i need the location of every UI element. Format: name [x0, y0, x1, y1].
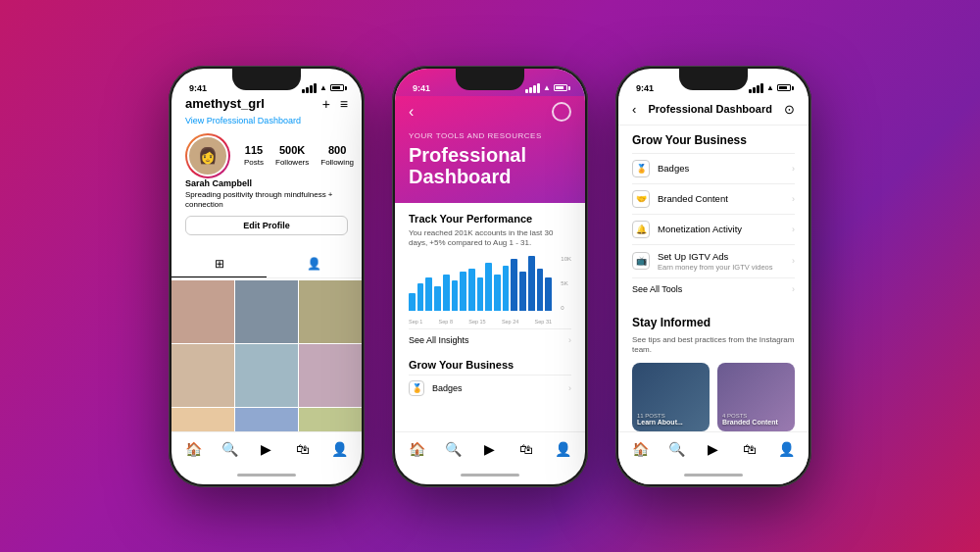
- status-icons-2: ▲: [525, 83, 567, 93]
- phone-1: 9:41 ▲ amethyst_grl +: [169, 66, 365, 487]
- search-circle-icon[interactable]: [552, 102, 571, 122]
- nav-search-3[interactable]: 🔍: [665, 437, 689, 461]
- p3-body: Grow Your Business 🏅 Badges › 🤝 Branded …: [618, 125, 808, 431]
- stat-following-number: 800: [320, 144, 354, 156]
- profile-stats-row: 👩 115 Posts 500K Followers 800 Following: [185, 133, 348, 178]
- card-branded-content: 4 POSTS Branded Content: [722, 413, 778, 427]
- grow-title-3: Grow Your Business: [632, 133, 795, 147]
- battery-icon-1: [330, 84, 344, 91]
- tab-tagged[interactable]: 👤: [267, 251, 362, 277]
- track-title: Track Your Performance: [409, 213, 571, 225]
- home-indicator-1: [172, 467, 362, 484]
- nav-profile-3[interactable]: 👤: [774, 437, 798, 461]
- time-1: 9:41: [189, 83, 207, 93]
- x-label-sep8: Sep 8: [439, 319, 453, 325]
- chart-bar-8: [477, 277, 484, 311]
- chevron-monetization-3: ›: [792, 225, 795, 234]
- settings-icon-3[interactable]: ⊙: [784, 102, 795, 117]
- phone-notch-3: [679, 69, 748, 90]
- p3-igtv-row[interactable]: 📺 Set Up IGTV Ads Earn money from your I…: [632, 244, 795, 277]
- stay-informed-desc: See tips and best practices from the Ins…: [632, 335, 795, 356]
- back-button-2[interactable]: ‹: [409, 103, 414, 121]
- chevron-igtv-3: ›: [792, 256, 795, 266]
- stay-informed-title: Stay Informed: [632, 316, 795, 329]
- battery-icon-3: [777, 84, 791, 91]
- stat-posts-number: 115: [244, 144, 264, 156]
- stat-following-label: Following: [320, 158, 354, 167]
- nav-shop-2[interactable]: 🛍: [514, 437, 538, 461]
- card-branded[interactable]: 4 POSTS Branded Content: [717, 363, 795, 430]
- phone2-content: ‹ Your Tools and Resources Professional …: [395, 96, 585, 484]
- photo-cell-3: [299, 280, 362, 343]
- photo-cell-6: [299, 344, 362, 407]
- badges-row[interactable]: 🏅 Badges ›: [409, 375, 571, 401]
- x-label-sep1: Sep 1: [409, 319, 422, 325]
- p3-header-title: Professional Dashboard: [648, 103, 772, 115]
- chevron-badges: ›: [568, 383, 571, 393]
- igtv-label-3: Set Up IGTV Ads: [658, 251, 773, 262]
- chevron-badges-3: ›: [792, 164, 795, 174]
- y-label-10k: 10K: [561, 256, 571, 262]
- chart-bar-16: [545, 277, 552, 311]
- profile-username: amethyst_grl: [185, 96, 265, 111]
- nav-reels-2[interactable]: ▶: [478, 437, 502, 461]
- chart-bar-6: [460, 272, 466, 311]
- nav-search-2[interactable]: 🔍: [442, 437, 466, 461]
- nav-home-3[interactable]: 🏠: [629, 437, 653, 461]
- back-button-3[interactable]: ‹: [632, 102, 636, 117]
- time-3: 9:41: [636, 83, 654, 93]
- see-all-tools[interactable]: See All Tools ›: [632, 277, 795, 300]
- dash-nav: ‹: [409, 102, 571, 122]
- menu-icon[interactable]: ≡: [340, 96, 348, 112]
- nav-search-1[interactable]: 🔍: [219, 437, 242, 461]
- card-learn[interactable]: 11 POSTS Learn About...: [632, 363, 710, 430]
- branded-label-3: Branded Content: [658, 193, 728, 204]
- dash-subtitle: Your Tools and Resources: [409, 131, 571, 140]
- battery-icon-2: [554, 84, 567, 91]
- see-all-insights[interactable]: See All Insights ›: [409, 328, 571, 351]
- nav-profile-1[interactable]: 👤: [327, 437, 351, 461]
- nav-reels-3[interactable]: ▶: [702, 437, 725, 461]
- nav-reels-1[interactable]: ▶: [255, 437, 278, 461]
- photo-cell-8: [235, 408, 298, 430]
- p3-monetization-row[interactable]: 🔔 Monetization Activity ›: [632, 214, 795, 244]
- chevron-see-all: ›: [792, 284, 795, 294]
- dash-header: ‹ Your Tools and Resources Professional …: [395, 96, 585, 203]
- chart-bar-10: [494, 275, 501, 311]
- branded-icon-3: 🤝: [632, 190, 650, 208]
- tab-grid[interactable]: ⊞: [172, 251, 267, 277]
- nav-shop-3[interactable]: 🛍: [738, 437, 761, 461]
- chart-bar-12: [511, 259, 517, 311]
- igtv-icon-3: 📺: [632, 252, 650, 270]
- bio-name: Sarah Campbell: [185, 178, 348, 188]
- x-label-sep24: Sep 24: [502, 319, 518, 325]
- photo-cell-4: [172, 344, 234, 407]
- profile-action-icons: + ≡: [322, 96, 348, 112]
- dash-title: Professional Dashboard: [409, 144, 571, 187]
- dash-body: Track Your Performance You reached 201K …: [395, 203, 585, 431]
- photo-grid: [172, 280, 362, 430]
- p3-monetization-left: 🔔 Monetization Activity: [632, 221, 742, 238]
- profile-avatar: 👩: [187, 135, 228, 176]
- phone-3: 9:41 ▲ ‹ Professional Dashboard ⊙: [615, 66, 811, 487]
- profile-header: amethyst_grl + ≡ View Professional Dashb…: [172, 96, 362, 252]
- y-label-0: 0: [561, 305, 571, 311]
- p3-branded-row[interactable]: 🤝 Branded Content ›: [632, 183, 795, 214]
- nav-shop-1[interactable]: 🛍: [291, 437, 315, 461]
- stay-informed-section: Stay Informed See tips and best practice…: [632, 316, 795, 431]
- nav-profile-2[interactable]: 👤: [551, 437, 574, 461]
- edit-profile-button[interactable]: Edit Profile: [185, 216, 348, 235]
- phone-notch-2: [456, 69, 524, 90]
- stat-followers-number: 500K: [275, 144, 309, 156]
- nav-home-1[interactable]: 🏠: [182, 437, 206, 461]
- plus-icon[interactable]: +: [322, 96, 330, 112]
- profile-avatar-ring: 👩: [185, 133, 230, 178]
- wifi-icon-3: ▲: [766, 83, 774, 92]
- nav-home-2[interactable]: 🏠: [406, 437, 429, 461]
- professional-link[interactable]: View Professional Dashboard: [185, 116, 348, 125]
- time-2: 9:41: [413, 83, 430, 93]
- phone1-content: amethyst_grl + ≡ View Professional Dashb…: [172, 96, 362, 431]
- chart-bar-1: [417, 283, 424, 311]
- p3-badges-row[interactable]: 🏅 Badges ›: [632, 153, 795, 183]
- igtv-sub-3: Earn money from your IGTV videos: [658, 263, 773, 272]
